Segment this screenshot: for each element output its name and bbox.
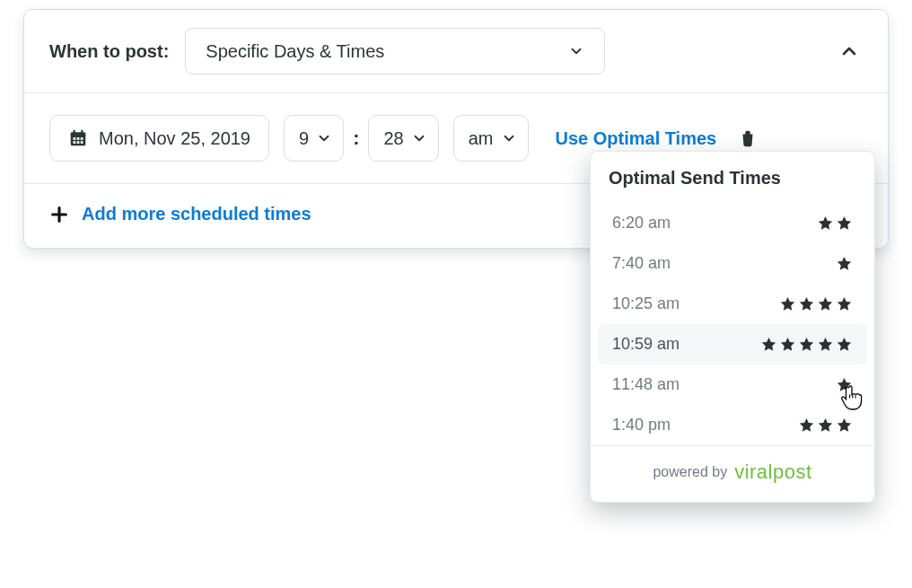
calendar-icon xyxy=(68,128,88,148)
optimal-time-list: 6:20 am7:40 am10:25 am10:59 am11:48 am1:… xyxy=(591,203,874,445)
optimal-time-label: 11:48 am xyxy=(612,375,680,394)
optimal-send-times-popover: Optimal Send Times 6:20 am7:40 am10:25 a… xyxy=(590,151,875,503)
use-optimal-times-link[interactable]: Use Optimal Times xyxy=(556,128,717,149)
time-colon: : xyxy=(353,127,359,150)
star-rating xyxy=(836,376,853,393)
star-icon xyxy=(817,417,834,434)
optimal-time-option[interactable]: 7:40 am xyxy=(598,243,867,284)
optimal-time-option[interactable]: 6:20 am xyxy=(598,203,867,243)
card-header: When to post: Specific Days & Times xyxy=(24,10,888,93)
optimal-time-label: 1:40 pm xyxy=(612,416,671,434)
star-icon xyxy=(836,336,853,353)
chevron-down-icon xyxy=(568,43,584,59)
star-rating xyxy=(798,417,853,434)
optimal-time-option[interactable]: 1:40 pm xyxy=(598,405,867,445)
popover-title: Optimal Send Times xyxy=(591,152,874,203)
chevron-down-icon xyxy=(411,130,427,146)
optimal-time-option[interactable]: 11:48 am xyxy=(598,364,867,405)
popover-footer: powered by viralpost xyxy=(591,445,874,502)
schedule-mode-select[interactable]: Specific Days & Times xyxy=(185,28,605,75)
optimal-time-option[interactable]: 10:59 am xyxy=(598,324,867,364)
date-picker[interactable]: Mon, Nov 25, 2019 xyxy=(49,115,269,162)
optimal-time-label: 7:40 am xyxy=(612,254,671,273)
star-icon xyxy=(760,336,777,353)
star-icon xyxy=(798,295,815,312)
star-icon xyxy=(779,336,796,353)
star-icon xyxy=(836,255,853,272)
star-icon xyxy=(836,417,853,434)
optimal-time-label: 10:59 am xyxy=(612,335,680,354)
when-to-post-label: When to post: xyxy=(49,41,169,62)
star-icon xyxy=(836,376,853,393)
schedule-mode-value: Specific Days & Times xyxy=(206,41,384,62)
star-icon xyxy=(836,215,853,232)
chevron-down-icon xyxy=(501,130,517,146)
star-rating xyxy=(779,295,853,312)
star-rating xyxy=(836,255,853,272)
powered-by-label: powered by xyxy=(653,464,727,480)
star-icon xyxy=(817,336,834,353)
minute-value: 28 xyxy=(383,128,403,149)
optimal-time-option[interactable]: 10:25 am xyxy=(598,284,867,324)
optimal-time-label: 6:20 am xyxy=(612,214,671,233)
plus-icon xyxy=(49,205,69,224)
optimal-time-label: 10:25 am xyxy=(612,294,680,313)
delete-schedule-button[interactable] xyxy=(738,128,758,148)
collapse-button[interactable] xyxy=(836,38,863,65)
minute-select[interactable]: 28 xyxy=(368,115,438,162)
add-more-scheduled-times-link[interactable]: Add more scheduled times xyxy=(82,204,311,224)
star-icon xyxy=(779,295,796,312)
chevron-down-icon xyxy=(316,130,332,146)
viralpost-brand: viralpost xyxy=(734,461,811,484)
hour-value: 9 xyxy=(299,128,309,149)
ampm-select[interactable]: am xyxy=(453,115,529,162)
star-icon xyxy=(836,295,853,312)
ampm-value: am xyxy=(469,128,494,149)
star-rating xyxy=(760,336,853,353)
star-icon xyxy=(798,417,815,434)
star-icon xyxy=(817,215,834,232)
date-value: Mon, Nov 25, 2019 xyxy=(99,128,250,149)
chevron-up-icon xyxy=(838,40,860,62)
hour-select[interactable]: 9 xyxy=(284,115,344,162)
star-icon xyxy=(798,336,815,353)
star-icon xyxy=(817,295,834,312)
star-rating xyxy=(817,215,853,232)
